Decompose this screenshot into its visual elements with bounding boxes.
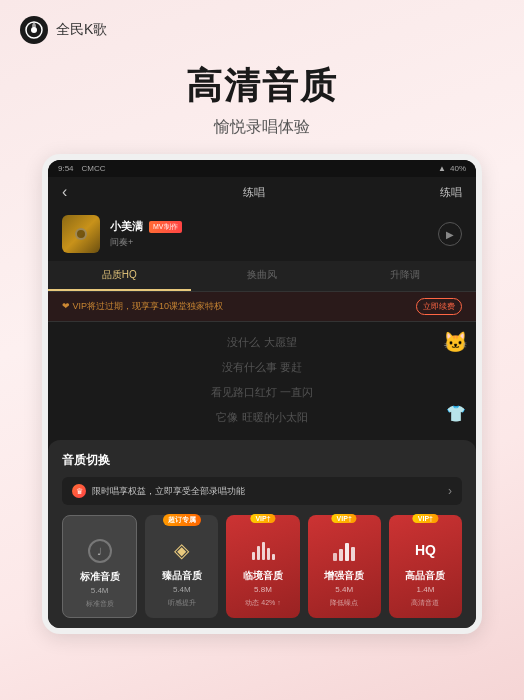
wave-icon (252, 540, 275, 560)
topbar-right: ▲ 40% (438, 164, 466, 173)
app-header: 全民K歌 (0, 0, 524, 54)
app-logo-icon (20, 16, 48, 44)
song-meta: 小美满 MV制作 间奏+ (110, 219, 428, 249)
back-button[interactable]: ‹ (62, 183, 67, 201)
song-title-row: 小美满 MV制作 (110, 219, 428, 234)
screen-navbar: ‹ 练唱 练唱 (48, 177, 476, 207)
topbar-left: 9:54 CMCC (58, 164, 106, 173)
quality-option-standard[interactable]: ♩ 标准音质 5.4M 标准音质 (62, 515, 137, 618)
shirt-emoji-icon: 👕 (446, 404, 466, 423)
hq-quality-icon: HQ (415, 542, 436, 558)
hq-icon-area: HQ (410, 535, 440, 565)
time-label: 9:54 (58, 164, 74, 173)
wave-bar-1 (252, 552, 255, 560)
quality-panel: 音质切换 ♛ 限时唱享权益，立即享受全部录唱功能 › (48, 440, 476, 628)
wave-bar-5 (272, 554, 275, 560)
bar2 (339, 549, 343, 561)
screen-topbar: 9:54 CMCC ▲ 40% (48, 160, 476, 177)
tablet-screen: 9:54 CMCC ▲ 40% ‹ 练唱 练唱 (48, 160, 476, 628)
battery-label: 40% (450, 164, 466, 173)
navbar-action[interactable]: 练唱 (440, 185, 462, 200)
premium-quality-size: 5.4M (149, 585, 214, 594)
vip-promo-left: ♛ 限时唱享权益，立即享受全部录唱功能 (72, 484, 245, 498)
hq-top-badge: VIP† (413, 514, 438, 523)
vip-banner-text: ❤ VIP将过过期，现享享10课堂独家特权 (62, 300, 223, 313)
wave-bar-3 (262, 542, 265, 560)
enhanced-icon-area (329, 535, 359, 565)
app-name-label: 全民K歌 (56, 21, 107, 39)
immersive-quality-label: 动态 42% ↑ (230, 598, 295, 608)
song-info: 小美满 MV制作 间奏+ ▶ (48, 207, 476, 261)
bar4 (351, 547, 355, 561)
song-badge: MV制作 (149, 221, 182, 233)
navbar-title: 练唱 (243, 185, 265, 200)
tablet-device: 9:54 CMCC ▲ 40% ‹ 练唱 练唱 (42, 154, 482, 634)
immersive-top-badge: VIP† (250, 514, 275, 523)
enhanced-quality-size: 5.4M (312, 585, 377, 594)
lyric-line-2: 没有什么事 要赶 (62, 355, 462, 380)
vip-banner: ❤ VIP将过过期，现享享10课堂独家特权 立即续费 (48, 292, 476, 322)
immersive-icon-area (248, 535, 278, 565)
tab-change-style[interactable]: 换曲风 (191, 261, 334, 291)
hero-subtitle: 愉悦录唱体验 (20, 117, 504, 138)
wave-bar-4 (267, 548, 270, 560)
quality-option-enhanced[interactable]: VIP† 增强音质 5.4M 降低噪点 (308, 515, 381, 618)
premium-icon-area: ◈ (167, 535, 197, 565)
lyric-line-1: 没什么 大愿望 (62, 330, 462, 355)
tab-hq[interactable]: 品质HQ (48, 261, 191, 291)
enhanced-quality-name: 增强音质 (312, 569, 377, 583)
quality-options-row: ♩ 标准音质 5.4M 标准音质 超订专属 ◈ 臻品音质 5.4M (62, 515, 462, 618)
standard-quality-size: 5.4M (67, 586, 132, 595)
standard-icon-area: ♩ (85, 536, 115, 566)
enhanced-top-badge: VIP† (332, 514, 357, 523)
song-cover-inner (75, 228, 87, 240)
tablet-wrapper: 9:54 CMCC ▲ 40% ‹ 练唱 练唱 (0, 154, 524, 634)
immersive-quality-size: 5.8M (230, 585, 295, 594)
immersive-quality-name: 临境音质 (230, 569, 295, 583)
vip-renew-button[interactable]: 立即续费 (416, 298, 462, 315)
standard-quality-name: 标准音质 (67, 570, 132, 584)
song-cover (62, 215, 100, 253)
vip-promo-icon: ♛ (72, 484, 86, 498)
vip-promo-text: 限时唱享权益，立即享受全部录唱功能 (92, 485, 245, 498)
bar1 (333, 553, 337, 561)
screen-tabs: 品质HQ 换曲风 升降调 (48, 261, 476, 292)
premium-quality-icon: ◈ (174, 538, 189, 562)
lyric-line-4: 它像 旺暖的小太阳 (62, 405, 462, 430)
hq-quality-name: 高品音质 (393, 569, 458, 583)
bar-chart-icon (333, 539, 355, 561)
lyric-line-3: 看见路口红灯 一直闪 (62, 380, 462, 405)
hq-quality-label: 高清音道 (393, 598, 458, 608)
lyrics-area: 没什么 大愿望 没有什么事 要赶 看见路口红灯 一直闪 它像 旺暖的小太阳 🐱 … (48, 322, 476, 438)
tab-pitch[interactable]: 升降调 (333, 261, 476, 291)
quality-panel-title: 音质切换 (62, 452, 462, 469)
standard-quality-label: 标准音质 (67, 599, 132, 609)
quality-option-immersive[interactable]: VIP† 临境音质 5.8M 动态 42% ↑ (226, 515, 299, 618)
standard-quality-icon: ♩ (88, 539, 112, 563)
bar3 (345, 543, 349, 561)
enhanced-quality-label: 降低噪点 (312, 598, 377, 608)
wave-bar-2 (257, 546, 260, 560)
hq-quality-size: 1.4M (393, 585, 458, 594)
quality-option-hq[interactable]: VIP† HQ 高品音质 1.4M 高清音道 (389, 515, 462, 618)
song-title-text: 小美满 (110, 219, 143, 234)
carrier-label: CMCC (82, 164, 106, 173)
crown-icon: ♛ (76, 487, 83, 496)
premium-quality-name: 臻品音质 (149, 569, 214, 583)
vip-promo-arrow-icon: › (448, 484, 452, 498)
song-play-button[interactable]: ▶ (438, 222, 462, 246)
cat-emoji-icon: 🐱 (443, 330, 468, 354)
hero-title: 高清音质 (20, 62, 504, 111)
premium-quality-label: 听感提升 (149, 598, 214, 608)
premium-top-badge: 超订专属 (163, 514, 201, 526)
wifi-icon: ▲ (438, 164, 446, 173)
vip-promo-row[interactable]: ♛ 限时唱享权益，立即享受全部录唱功能 › (62, 477, 462, 505)
hero-section: 高清音质 愉悦录唱体验 (0, 54, 524, 154)
quality-option-premium[interactable]: 超订专属 ◈ 臻品音质 5.4M 听感提升 (145, 515, 218, 618)
song-artist: 间奏+ (110, 236, 428, 249)
